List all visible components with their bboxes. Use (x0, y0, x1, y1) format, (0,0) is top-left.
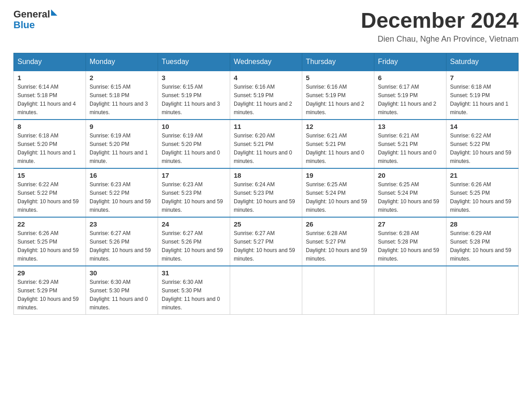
empty-cell (374, 266, 446, 315)
calendar-body: 1 Sunrise: 6:14 AMSunset: 5:18 PMDayligh… (14, 71, 519, 315)
day-number: 2 (90, 74, 154, 81)
day-cell-9: 9 Sunrise: 6:19 AMSunset: 5:20 PMDayligh… (86, 120, 158, 168)
day-info: Sunrise: 6:18 AMSunset: 5:19 PMDaylight:… (450, 84, 508, 116)
day-cell-21: 21 Sunrise: 6:26 AMSunset: 5:25 PMDaylig… (446, 168, 519, 217)
weekday-header-tuesday: Tuesday (158, 53, 230, 71)
day-cell-20: 20 Sunrise: 6:25 AMSunset: 5:24 PMDaylig… (374, 168, 446, 217)
day-cell-27: 27 Sunrise: 6:28 AMSunset: 5:28 PMDaylig… (374, 217, 446, 266)
day-info: Sunrise: 6:28 AMSunset: 5:27 PMDaylight:… (306, 230, 367, 262)
day-info: Sunrise: 6:30 AMSunset: 5:30 PMDaylight:… (90, 279, 148, 311)
day-number: 27 (378, 220, 442, 228)
weekday-header-saturday: Saturday (446, 53, 519, 71)
day-cell-6: 6 Sunrise: 6:17 AMSunset: 5:19 PMDayligh… (374, 71, 446, 120)
day-info: Sunrise: 6:16 AMSunset: 5:19 PMDaylight:… (306, 84, 364, 116)
day-cell-28: 28 Sunrise: 6:29 AMSunset: 5:28 PMDaylig… (446, 217, 519, 266)
day-cell-14: 14 Sunrise: 6:22 AMSunset: 5:22 PMDaylig… (446, 120, 519, 168)
day-info: Sunrise: 6:29 AMSunset: 5:29 PMDaylight:… (17, 279, 79, 311)
day-cell-31: 31 Sunrise: 6:30 AMSunset: 5:30 PMDaylig… (158, 266, 230, 315)
day-cell-15: 15 Sunrise: 6:22 AMSunset: 5:22 PMDaylig… (14, 168, 86, 217)
day-cell-23: 23 Sunrise: 6:27 AMSunset: 5:26 PMDaylig… (86, 217, 158, 266)
day-number: 11 (234, 123, 298, 130)
day-cell-2: 2 Sunrise: 6:15 AMSunset: 5:18 PMDayligh… (86, 71, 158, 120)
day-info: Sunrise: 6:15 AMSunset: 5:19 PMDaylight:… (162, 84, 220, 116)
day-info: Sunrise: 6:23 AMSunset: 5:23 PMDaylight:… (162, 181, 223, 213)
day-number: 3 (162, 74, 226, 81)
day-number: 8 (17, 123, 82, 130)
logo-triangle-icon (51, 9, 57, 16)
day-info: Sunrise: 6:26 AMSunset: 5:25 PMDaylight:… (450, 181, 511, 213)
day-info: Sunrise: 6:25 AMSunset: 5:24 PMDaylight:… (306, 181, 367, 213)
day-cell-26: 26 Sunrise: 6:28 AMSunset: 5:27 PMDaylig… (302, 217, 374, 266)
location-title: Dien Chau, Nghe An Province, Vietnam (361, 34, 519, 44)
weekday-header-row: SundayMondayTuesdayWednesdayThursdayFrid… (14, 53, 519, 71)
week-row-3: 15 Sunrise: 6:22 AMSunset: 5:22 PMDaylig… (14, 168, 519, 217)
day-cell-25: 25 Sunrise: 6:27 AMSunset: 5:27 PMDaylig… (230, 217, 302, 266)
day-cell-18: 18 Sunrise: 6:24 AMSunset: 5:23 PMDaylig… (230, 168, 302, 217)
day-cell-22: 22 Sunrise: 6:26 AMSunset: 5:25 PMDaylig… (14, 217, 86, 266)
day-number: 9 (90, 123, 154, 130)
day-number: 28 (450, 220, 515, 228)
day-cell-11: 11 Sunrise: 6:20 AMSunset: 5:21 PMDaylig… (230, 120, 302, 168)
day-info: Sunrise: 6:20 AMSunset: 5:21 PMDaylight:… (234, 133, 292, 164)
weekday-header-thursday: Thursday (302, 53, 374, 71)
week-row-5: 29 Sunrise: 6:29 AMSunset: 5:29 PMDaylig… (14, 266, 519, 315)
logo-blue-text: Blue (13, 19, 35, 30)
day-info: Sunrise: 6:17 AMSunset: 5:19 PMDaylight:… (378, 84, 436, 116)
logo: General Blue (13, 9, 57, 30)
week-row-4: 22 Sunrise: 6:26 AMSunset: 5:25 PMDaylig… (14, 217, 519, 266)
day-number: 23 (90, 220, 154, 228)
day-number: 21 (450, 171, 515, 179)
day-cell-7: 7 Sunrise: 6:18 AMSunset: 5:19 PMDayligh… (446, 71, 519, 120)
day-number: 24 (162, 220, 226, 228)
day-info: Sunrise: 6:23 AMSunset: 5:22 PMDaylight:… (90, 181, 151, 213)
week-row-1: 1 Sunrise: 6:14 AMSunset: 5:18 PMDayligh… (14, 71, 519, 120)
day-number: 18 (234, 171, 298, 179)
day-info: Sunrise: 6:16 AMSunset: 5:19 PMDaylight:… (234, 84, 292, 116)
day-info: Sunrise: 6:29 AMSunset: 5:28 PMDaylight:… (450, 230, 511, 262)
calendar-header: SundayMondayTuesdayWednesdayThursdayFrid… (14, 53, 519, 71)
day-cell-5: 5 Sunrise: 6:16 AMSunset: 5:19 PMDayligh… (302, 71, 374, 120)
day-number: 13 (378, 123, 442, 130)
day-number: 17 (162, 171, 226, 179)
day-number: 10 (162, 123, 226, 130)
day-number: 29 (17, 269, 82, 277)
day-number: 4 (234, 74, 298, 81)
day-number: 22 (17, 220, 82, 228)
day-number: 12 (306, 123, 370, 130)
weekday-header-wednesday: Wednesday (230, 53, 302, 71)
day-number: 6 (378, 74, 442, 81)
week-row-2: 8 Sunrise: 6:18 AMSunset: 5:20 PMDayligh… (14, 120, 519, 168)
day-info: Sunrise: 6:21 AMSunset: 5:21 PMDaylight:… (306, 133, 364, 164)
day-info: Sunrise: 6:18 AMSunset: 5:20 PMDaylight:… (17, 133, 76, 164)
day-cell-19: 19 Sunrise: 6:25 AMSunset: 5:24 PMDaylig… (302, 168, 374, 217)
day-cell-4: 4 Sunrise: 6:16 AMSunset: 5:19 PMDayligh… (230, 71, 302, 120)
month-title: December 2024 (361, 9, 519, 33)
day-info: Sunrise: 6:27 AMSunset: 5:27 PMDaylight:… (234, 230, 295, 262)
day-number: 20 (378, 171, 442, 179)
day-info: Sunrise: 6:27 AMSunset: 5:26 PMDaylight:… (90, 230, 151, 262)
header: General Blue December 2024 Dien Chau, Ng… (13, 9, 519, 44)
day-cell-1: 1 Sunrise: 6:14 AMSunset: 5:18 PMDayligh… (14, 71, 86, 120)
day-cell-10: 10 Sunrise: 6:19 AMSunset: 5:20 PMDaylig… (158, 120, 230, 168)
day-info: Sunrise: 6:24 AMSunset: 5:23 PMDaylight:… (234, 181, 295, 213)
day-number: 31 (162, 269, 226, 277)
day-cell-3: 3 Sunrise: 6:15 AMSunset: 5:19 PMDayligh… (158, 71, 230, 120)
weekday-header-friday: Friday (374, 53, 446, 71)
day-info: Sunrise: 6:22 AMSunset: 5:22 PMDaylight:… (450, 133, 511, 164)
empty-cell (230, 266, 302, 315)
empty-cell (302, 266, 374, 315)
day-number: 26 (306, 220, 370, 228)
day-number: 15 (17, 171, 82, 179)
day-cell-8: 8 Sunrise: 6:18 AMSunset: 5:20 PMDayligh… (14, 120, 86, 168)
day-info: Sunrise: 6:30 AMSunset: 5:30 PMDaylight:… (162, 279, 220, 311)
title-area: December 2024 Dien Chau, Nghe An Provinc… (361, 9, 519, 44)
day-info: Sunrise: 6:19 AMSunset: 5:20 PMDaylight:… (162, 133, 220, 164)
weekday-header-sunday: Sunday (14, 53, 86, 71)
day-info: Sunrise: 6:22 AMSunset: 5:22 PMDaylight:… (17, 181, 79, 213)
weekday-header-monday: Monday (86, 53, 158, 71)
day-number: 14 (450, 123, 515, 130)
day-info: Sunrise: 6:15 AMSunset: 5:18 PMDaylight:… (90, 84, 148, 116)
day-cell-16: 16 Sunrise: 6:23 AMSunset: 5:22 PMDaylig… (86, 168, 158, 217)
day-cell-13: 13 Sunrise: 6:21 AMSunset: 5:21 PMDaylig… (374, 120, 446, 168)
day-cell-29: 29 Sunrise: 6:29 AMSunset: 5:29 PMDaylig… (14, 266, 86, 315)
